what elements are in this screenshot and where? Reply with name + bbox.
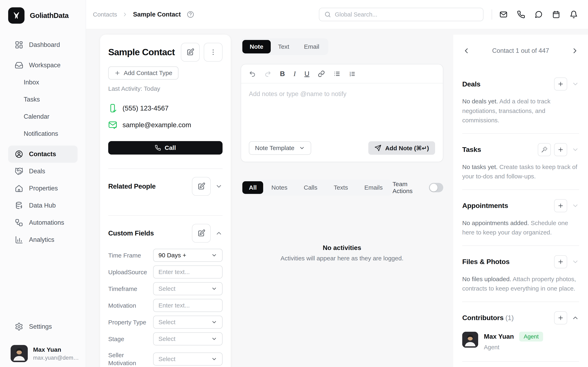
filter-all[interactable]: All [242, 181, 263, 194]
field-label: UploadSource [108, 268, 153, 276]
breadcrumb-parent[interactable]: Contacts [93, 11, 117, 18]
note-template-button[interactable]: Note Template [249, 141, 311, 155]
phone-icon[interactable] [517, 10, 525, 18]
appointments-section: Appointments No appointments added. Sche… [462, 190, 579, 246]
app-logo[interactable]: GoliathData [8, 7, 78, 24]
uploadsource-input-wrap [153, 266, 223, 278]
sidebar-item-data-hub[interactable]: Data Hub [8, 197, 78, 214]
bell-icon[interactable] [570, 10, 578, 18]
time-frame-select[interactable]: 90 Days + [153, 249, 223, 262]
filter-emails[interactable]: Emails [356, 181, 391, 194]
contributor-row[interactable]: Max Yuan Agent Agent [462, 332, 579, 351]
sidebar-item-calendar[interactable]: Calendar [8, 108, 78, 125]
filter-texts[interactable]: Texts [325, 181, 356, 194]
chat-icon[interactable] [535, 10, 543, 18]
chevron-down-icon[interactable] [572, 202, 579, 209]
chevron-down-icon[interactable] [215, 183, 223, 190]
chevron-down-icon [211, 336, 217, 342]
chevron-down-icon[interactable] [572, 146, 579, 153]
add-contributor-button[interactable] [554, 311, 567, 324]
chevron-up-icon[interactable] [215, 230, 223, 237]
chevron-left-icon[interactable] [462, 47, 470, 55]
team-actions-label: Team Actions [392, 181, 424, 194]
add-contact-type-button[interactable]: Add Contact Type [108, 67, 178, 80]
edit-contact-button[interactable] [181, 43, 200, 62]
edit-custom-fields-button[interactable] [192, 224, 211, 243]
underline-icon[interactable]: U [304, 70, 310, 78]
filter-calls[interactable]: Calls [296, 181, 326, 194]
sidebar-item-inbox[interactable]: Inbox [8, 74, 78, 91]
add-appointment-button[interactable] [554, 199, 567, 212]
sidebar-item-automations[interactable]: Automations [8, 214, 78, 231]
sidebar-item-tasks[interactable]: Tasks [8, 91, 78, 108]
bold-icon[interactable]: B [280, 70, 285, 78]
property-type-select[interactable]: Select [153, 316, 223, 329]
bullet-list-icon[interactable] [333, 70, 340, 77]
timeframe-select[interactable]: Select [153, 282, 223, 295]
call-button[interactable]: Call [108, 141, 223, 155]
tab-text[interactable]: Text [271, 40, 297, 53]
note-input[interactable]: Add notes or type @name to notify [241, 83, 443, 136]
chevron-right-icon[interactable] [571, 47, 579, 55]
sidebar-item-dashboard[interactable]: Dashboard [8, 36, 78, 53]
chevron-down-icon[interactable] [572, 258, 579, 266]
chevron-down-icon[interactable] [572, 80, 579, 88]
breadcrumb-current: Sample Contact [133, 11, 181, 18]
undo-icon[interactable] [249, 70, 256, 77]
user-email: max.yuan@demo-or... [33, 355, 80, 361]
global-search[interactable] [319, 8, 484, 21]
sidebar-item-properties[interactable]: Properties [8, 180, 78, 197]
redo-icon[interactable] [264, 70, 271, 77]
dashboard-icon [15, 41, 23, 49]
pager-text: Contact 1 out of 447 [470, 47, 571, 54]
tab-note[interactable]: Note [242, 40, 271, 53]
user-profile[interactable]: Max Yuan max.yuan@demo-or... [8, 345, 78, 362]
tab-email[interactable]: Email [297, 40, 327, 53]
filter-notes[interactable]: Notes [263, 181, 295, 194]
sidebar-item-notifications[interactable]: Notifications [8, 125, 78, 142]
uploadsource-input[interactable] [158, 268, 217, 275]
auto-task-wand-button[interactable] [538, 143, 551, 156]
sidebar-item-contacts[interactable]: Contacts [8, 146, 78, 163]
more-options-button[interactable] [204, 43, 223, 62]
sidebar-item-label: Notifications [24, 130, 58, 137]
add-deal-button[interactable] [554, 77, 567, 91]
team-actions-toggle[interactable] [429, 183, 443, 192]
sidebar-item-analytics[interactable]: Analytics [8, 231, 78, 248]
chevron-up-icon[interactable] [572, 314, 579, 322]
sidebar-item-label: Workspace [29, 62, 61, 69]
field-row-timeframe: Timeframe Select [108, 282, 223, 295]
link-icon[interactable] [318, 70, 325, 77]
stage-select[interactable]: Select [153, 332, 223, 345]
italic-icon[interactable]: I [294, 70, 296, 78]
mail-icon[interactable] [499, 10, 508, 18]
contact-phone-row[interactable]: (555) 123-4567 [108, 104, 223, 113]
motivation-input[interactable] [158, 302, 217, 309]
contact-email-row[interactable]: sample@example.com [108, 120, 223, 130]
calendar-icon[interactable] [552, 10, 560, 18]
edit-related-people-button[interactable] [192, 177, 211, 196]
search-icon [324, 11, 331, 18]
field-label: Motivation [108, 301, 153, 309]
files-empty-bold: No files uploaded. [462, 276, 511, 282]
chevron-down-icon [211, 356, 217, 362]
last-activity: Last Activity: Today [108, 85, 223, 92]
add-file-button[interactable] [554, 255, 567, 268]
add-contact-type-label: Add Contact Type [124, 69, 172, 76]
seller-motivation-select[interactable]: Select [153, 352, 223, 366]
search-input[interactable] [335, 11, 478, 18]
deals-section: Deals No deals yet. Add a deal to track … [462, 67, 579, 134]
divider [108, 168, 223, 169]
contributor-name: Max Yuan [484, 333, 514, 340]
field-row-property-type: Property Type Select [108, 316, 223, 329]
add-note-button[interactable]: Add Note (⌘↵) [368, 141, 435, 155]
sidebar-item-settings[interactable]: Settings [8, 318, 78, 335]
add-task-button[interactable] [554, 143, 567, 156]
custom-fields-title: Custom Fields [108, 229, 192, 237]
sidebar-item-workspace[interactable]: Workspace [8, 57, 78, 74]
help-icon[interactable] [187, 11, 194, 18]
sidebar-item-label: Inbox [24, 79, 39, 86]
numbered-list-icon[interactable] [349, 71, 355, 77]
sidebar-item-deals[interactable]: Deals [8, 163, 78, 180]
field-label: Seller Motivation [108, 351, 153, 367]
